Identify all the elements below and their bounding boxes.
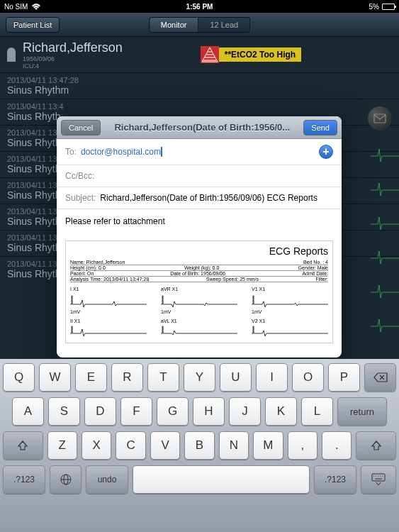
ecg-attachment: ECG Reports Name: Richard,JeffersonBed N…	[65, 240, 333, 343]
key-w[interactable]: W	[39, 363, 71, 392]
key-globe[interactable]	[50, 465, 82, 494]
key-l[interactable]: L	[301, 397, 333, 426]
globe-icon	[60, 473, 72, 486]
to-label: To:	[65, 147, 77, 157]
alert-text: **EtCO2 Too High	[219, 48, 301, 62]
key-hide-keyboard[interactable]	[361, 465, 396, 494]
key-e[interactable]: E	[75, 363, 107, 392]
subject-field[interactable]: Subject: Richard,Jefferson(Date of Birth…	[57, 187, 342, 209]
send-button[interactable]: Send	[303, 120, 337, 135]
key-undo[interactable]: undo	[86, 465, 128, 494]
carrier-label: No SIM	[4, 3, 28, 11]
hide-keyboard-icon	[371, 473, 386, 486]
key-v[interactable]: V	[150, 431, 180, 460]
to-field[interactable]: To: doctor@hospital.com +	[57, 139, 342, 165]
attachment-title: ECG Reports	[70, 245, 328, 257]
patient-name: Richard,Jefferson	[23, 40, 123, 55]
nav-bar: Patient List Monitor 12 Lead	[0, 13, 399, 37]
backspace-icon	[373, 372, 388, 382]
add-recipient-button[interactable]: +	[319, 145, 333, 159]
key-z[interactable]: Z	[47, 431, 77, 460]
key-t[interactable]: T	[147, 363, 179, 392]
cc-label: Cc/Bcc:	[65, 171, 94, 181]
key-shift-right[interactable]	[356, 431, 396, 460]
patient-header: Richard,Jefferson 1956/09/06 ICU:4 **EtC…	[0, 37, 399, 72]
key-a[interactable]: A	[12, 397, 44, 426]
battery-percent: 5%	[369, 3, 379, 11]
key-period[interactable]: .	[322, 431, 352, 460]
key-r[interactable]: R	[111, 363, 143, 392]
compose-email-modal: Cancel Richard,Jefferson(Date of Birth:1…	[57, 116, 342, 358]
alert-banner: **EtCO2 Too High	[201, 46, 301, 63]
cc-bcc-field[interactable]: Cc/Bcc:	[57, 165, 342, 187]
email-body[interactable]: Please refer to attachment	[57, 209, 342, 233]
key-x[interactable]: X	[82, 431, 111, 460]
key-y[interactable]: Y	[184, 363, 215, 392]
svg-rect-0	[374, 114, 386, 123]
key-g[interactable]: G	[157, 397, 189, 426]
key-shift[interactable]	[3, 431, 43, 460]
segment-monitor[interactable]: Monitor	[149, 17, 199, 33]
envelope-icon	[373, 113, 386, 123]
keyboard: Q W E R T Y U I O P A S D F G H J K L re…	[0, 359, 399, 532]
key-j[interactable]: J	[229, 397, 261, 426]
modal-header: Cancel Richard,Jefferson(Date of Birth:1…	[57, 116, 342, 139]
key-numbers[interactable]: .?123	[3, 465, 45, 494]
key-return[interactable]: return	[337, 397, 387, 426]
subject-label: Subject:	[65, 193, 96, 203]
key-numbers-right[interactable]: .?123	[314, 465, 356, 494]
shift-icon	[17, 440, 28, 451]
key-b[interactable]: B	[184, 431, 214, 460]
key-k[interactable]: K	[265, 397, 297, 426]
key-d[interactable]: D	[84, 397, 116, 426]
status-bar: No SIM 1:56 PM 5%	[0, 0, 399, 13]
key-n[interactable]: N	[219, 431, 249, 460]
clock: 1:56 PM	[186, 3, 213, 11]
key-f[interactable]: F	[120, 397, 152, 426]
key-i[interactable]: I	[256, 363, 288, 392]
key-o[interactable]: O	[292, 363, 324, 392]
key-backspace[interactable]	[364, 363, 396, 392]
view-segment: Monitor 12 Lead	[149, 17, 250, 33]
key-p[interactable]: P	[328, 363, 360, 392]
shift-icon	[371, 440, 382, 451]
mail-button[interactable]	[368, 106, 392, 131]
key-q[interactable]: Q	[3, 363, 35, 392]
list-item[interactable]: 2013/04/11 13:47:28Sinus Rhythm	[0, 72, 399, 99]
key-comma[interactable]: ,	[288, 431, 317, 460]
battery-icon	[382, 4, 395, 10]
key-h[interactable]: H	[193, 397, 225, 426]
key-c[interactable]: C	[116, 431, 145, 460]
subject-value: Richard,Jefferson(Date of Birth:1956/09/…	[100, 193, 317, 203]
to-value: doctor@hospital.com	[81, 147, 161, 157]
person-icon	[7, 48, 16, 62]
ecg-traces-background	[371, 142, 399, 340]
svg-rect-4	[372, 474, 385, 481]
modal-title: Richard,Jefferson(Date of Birth:1956/0..…	[101, 122, 303, 133]
cancel-button[interactable]: Cancel	[61, 120, 101, 135]
key-u[interactable]: U	[220, 363, 252, 392]
patient-list-button[interactable]: Patient List	[6, 17, 60, 33]
key-space[interactable]	[133, 465, 310, 494]
patient-location: ICU:4	[23, 62, 123, 70]
wifi-icon	[32, 4, 40, 10]
segment-12lead[interactable]: 12 Lead	[198, 17, 250, 33]
alert-icon	[201, 46, 219, 63]
patient-dob: 1956/09/06	[23, 55, 123, 62]
key-s[interactable]: S	[48, 397, 80, 426]
key-m[interactable]: M	[253, 431, 283, 460]
